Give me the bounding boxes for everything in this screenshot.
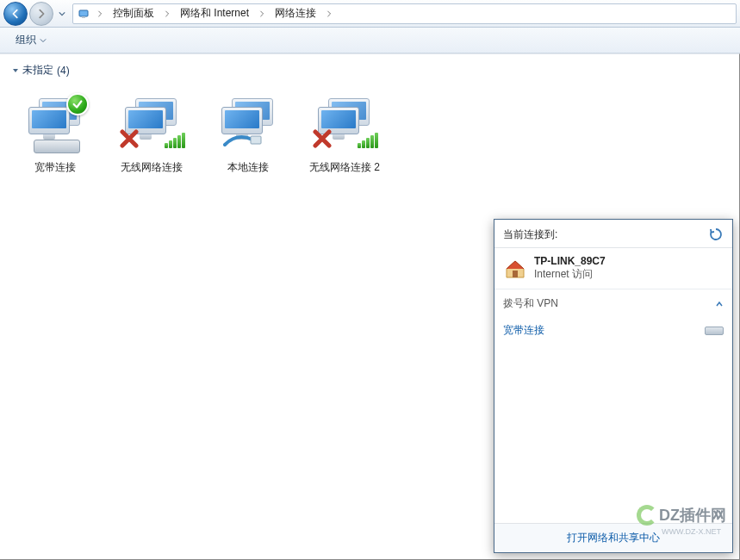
crumb-control-panel[interactable]: 控制面板 xyxy=(108,4,159,23)
svg-rect-3 xyxy=(513,271,518,277)
signal-bars-icon xyxy=(165,133,185,148)
connection-label: 无线网络连接 2 xyxy=(309,160,380,175)
refresh-button[interactable] xyxy=(708,227,724,242)
connection-ethernet[interactable]: 本地连接 xyxy=(205,84,291,178)
breadcrumb-separator[interactable] xyxy=(94,4,106,23)
cable-icon xyxy=(223,131,266,148)
history-dropdown[interactable] xyxy=(55,5,69,22)
organize-menu[interactable]: 组织 xyxy=(9,30,53,50)
connection-broadband[interactable]: 宽带连接 xyxy=(12,84,98,178)
collapse-icon xyxy=(12,67,19,74)
crumb-network-internet[interactable]: 网络和 Internet xyxy=(175,4,254,23)
flyout-header: 当前连接到: xyxy=(494,220,732,248)
x-icon xyxy=(313,129,332,148)
connection-wireless[interactable]: 无线网络连接 xyxy=(109,84,195,178)
connection-wireless-2[interactable]: 无线网络连接 2 xyxy=(302,84,388,178)
chevron-down-icon xyxy=(40,38,47,43)
forward-button[interactable] xyxy=(29,2,53,26)
command-toolbar: 组织 xyxy=(0,28,740,53)
chevron-down-icon xyxy=(59,11,65,16)
refresh-icon xyxy=(708,227,724,242)
modem-icon xyxy=(34,140,80,153)
ethernet-icon xyxy=(214,88,283,157)
group-header[interactable]: 未指定 (4) xyxy=(12,63,727,78)
arrow-right-icon xyxy=(35,8,47,20)
flyout-title: 当前连接到: xyxy=(503,227,557,242)
svg-rect-1 xyxy=(82,16,85,18)
breadcrumb-separator[interactable] xyxy=(161,4,173,23)
x-icon xyxy=(120,129,139,148)
connection-label: 宽带连接 xyxy=(34,160,76,175)
signal-bars-icon xyxy=(358,133,378,148)
address-bar: 控制面板 网络和 Internet 网络连接 xyxy=(0,0,740,28)
wireless-icon xyxy=(310,88,379,157)
network-location-icon xyxy=(77,6,92,22)
arrow-left-icon xyxy=(9,8,22,20)
svg-rect-0 xyxy=(79,10,88,16)
svg-rect-2 xyxy=(251,136,261,144)
breadcrumb-separator[interactable] xyxy=(323,4,335,23)
connection-label: 本地连接 xyxy=(227,160,269,175)
modem-icon xyxy=(705,327,724,335)
group-count: (4) xyxy=(57,65,70,77)
network-name: TP-LINK_89C7 xyxy=(534,255,606,267)
network-status: Internet 访问 xyxy=(534,267,606,282)
group-label: 未指定 xyxy=(22,63,53,78)
dial-vpn-section[interactable]: 拨号和 VPN xyxy=(494,289,732,318)
current-connection[interactable]: TP-LINK_89C7 Internet 访问 xyxy=(494,248,732,289)
network-flyout: 当前连接到: TP-LINK_89C7 Internet 访问 拨号和 VPN … xyxy=(494,219,733,553)
organize-label: 组织 xyxy=(16,33,36,47)
connection-label: 无线网络连接 xyxy=(121,160,183,175)
home-network-icon xyxy=(503,257,527,281)
back-button[interactable] xyxy=(3,2,28,26)
chevron-up-icon xyxy=(715,300,724,308)
wireless-icon xyxy=(117,88,186,157)
breadcrumb[interactable]: 控制面板 网络和 Internet 网络连接 xyxy=(72,3,737,24)
dial-item-label: 宽带连接 xyxy=(503,323,544,338)
section-label: 拨号和 VPN xyxy=(503,296,558,311)
dial-item-broadband[interactable]: 宽带连接 xyxy=(494,318,732,343)
open-network-center-link[interactable]: 打开网络和共享中心 xyxy=(494,523,732,552)
check-icon xyxy=(66,93,89,115)
connection-grid: 宽带连接 无线网络连接 xyxy=(12,84,727,178)
broadband-icon xyxy=(21,88,90,157)
footer-label: 打开网络和共享中心 xyxy=(567,532,660,544)
breadcrumb-separator[interactable] xyxy=(256,4,268,23)
crumb-network-connections[interactable]: 网络连接 xyxy=(270,4,321,23)
